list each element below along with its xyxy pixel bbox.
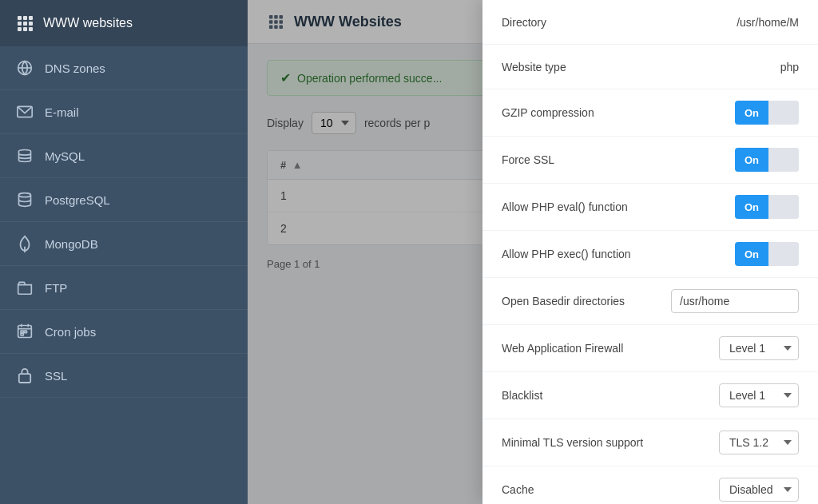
svg-rect-4: [23, 22, 27, 26]
sidebar-item-postgresql[interactable]: PostgreSQL: [0, 178, 248, 222]
mysql-icon: [16, 147, 34, 165]
gzip-toggle-on[interactable]: On: [735, 101, 768, 125]
sidebar-item-label: Cron jobs: [45, 325, 96, 339]
svg-rect-20: [24, 331, 26, 333]
email-icon: [16, 103, 34, 121]
php-exec-label: Allow PHP exec() function: [502, 248, 631, 260]
sidebar-header[interactable]: WWW websites: [0, 0, 248, 46]
panel-row-php-eval: Allow PHP eval() function On: [482, 184, 818, 231]
cache-select[interactable]: Disabled Enabled: [719, 478, 799, 502]
svg-rect-18: [21, 331, 23, 333]
svg-rect-5: [29, 22, 33, 26]
force-ssl-toggle[interactable]: On: [735, 148, 799, 172]
sidebar-item-dns-zones[interactable]: DNS zones: [0, 46, 248, 90]
mongodb-icon: [16, 235, 34, 252]
panel-row-cache: Cache Disabled Enabled: [482, 466, 818, 504]
sidebar-item-mongodb[interactable]: MongoDB: [0, 222, 248, 266]
svg-rect-1: [23, 16, 27, 20]
postgresql-icon: [16, 191, 34, 208]
gzip-toggle[interactable]: On: [735, 101, 799, 125]
sidebar-item-label: MongoDB: [45, 237, 98, 251]
globe-icon: [16, 59, 34, 77]
sidebar-item-label: DNS zones: [45, 62, 105, 75]
gzip-toggle-off[interactable]: [768, 101, 799, 125]
sidebar-item-ssl[interactable]: SSL: [0, 354, 248, 398]
panel-row-php-exec: Allow PHP exec() function On: [482, 231, 818, 278]
svg-rect-2: [29, 16, 33, 20]
tls-select[interactable]: TLS 1.2 TLS 1.3: [719, 431, 799, 454]
php-eval-toggle-on[interactable]: On: [735, 195, 768, 219]
sidebar-item-label: SSL: [45, 369, 67, 383]
panel-row-tls: Minimal TLS version support TLS 1.2 TLS …: [482, 419, 818, 466]
ssl-icon: [16, 367, 34, 384]
panel-row-gzip: GZIP compression On: [482, 89, 818, 137]
panel-row-blacklist: Blacklist Level 1 Level 2 Disabled: [482, 372, 818, 419]
gzip-label: GZIP compression: [502, 106, 594, 119]
force-ssl-label: Force SSL: [502, 153, 554, 166]
php-exec-toggle-off[interactable]: [768, 242, 799, 266]
sidebar: WWW websites DNS zones E-mail MySQL: [0, 0, 248, 504]
svg-point-12: [19, 193, 31, 197]
sidebar-item-label: FTP: [45, 281, 67, 295]
main-area: WWW Websites ✔ Operation performed succe…: [248, 0, 818, 504]
panel-row-directory: Directory /usr/home/M: [482, 0, 818, 45]
svg-rect-19: [21, 334, 23, 336]
grid-icon: [16, 14, 34, 32]
sidebar-item-cron-jobs[interactable]: Cron jobs: [0, 310, 248, 354]
waf-select[interactable]: Level 1 Level 2 Disabled: [719, 336, 799, 360]
svg-rect-21: [19, 374, 30, 383]
right-panel: Directory /usr/home/M Website type php G…: [482, 0, 818, 504]
php-exec-toggle-on[interactable]: On: [735, 242, 768, 266]
sidebar-item-email[interactable]: E-mail: [0, 90, 248, 134]
open-basedir-label: Open Basedir directories: [502, 295, 625, 308]
blacklist-select[interactable]: Level 1 Level 2 Disabled: [719, 383, 799, 407]
waf-label: Web Application Firewall: [502, 342, 623, 355]
svg-rect-7: [23, 27, 27, 31]
directory-label: Directory: [502, 16, 546, 29]
sidebar-item-label: MySQL: [45, 149, 85, 163]
php-eval-toggle-off[interactable]: [768, 195, 799, 219]
svg-rect-6: [18, 27, 22, 31]
open-basedir-input[interactable]: [671, 289, 799, 313]
tls-label: Minimal TLS version support: [502, 436, 643, 449]
cron-icon: [16, 323, 34, 340]
panel-row-force-ssl: Force SSL On: [482, 137, 818, 184]
svg-rect-3: [18, 22, 22, 26]
blacklist-label: Blacklist: [502, 389, 542, 402]
sidebar-item-label: PostgreSQL: [45, 193, 110, 207]
ftp-icon: [16, 279, 34, 296]
force-ssl-toggle-on[interactable]: On: [735, 148, 768, 172]
php-exec-toggle[interactable]: On: [735, 242, 799, 266]
svg-rect-8: [29, 27, 33, 31]
php-eval-label: Allow PHP eval() function: [502, 200, 628, 213]
sidebar-item-ftp[interactable]: FTP: [0, 266, 248, 310]
panel-row-open-basedir: Open Basedir directories: [482, 278, 818, 325]
website-type-label: Website type: [502, 61, 566, 73]
php-eval-toggle[interactable]: On: [735, 195, 799, 219]
sidebar-item-label: E-mail: [45, 105, 79, 119]
website-type-value: php: [780, 61, 799, 73]
panel-row-website-type: Website type php: [482, 45, 818, 89]
force-ssl-toggle-off[interactable]: [768, 148, 799, 172]
directory-value: /usr/home/M: [737, 16, 799, 29]
panel-row-waf: Web Application Firewall Level 1 Level 2…: [482, 325, 818, 372]
sidebar-item-mysql[interactable]: MySQL: [0, 134, 248, 178]
svg-rect-0: [18, 16, 22, 20]
sidebar-header-label: WWW websites: [43, 16, 133, 30]
cache-label: Cache: [502, 483, 534, 496]
